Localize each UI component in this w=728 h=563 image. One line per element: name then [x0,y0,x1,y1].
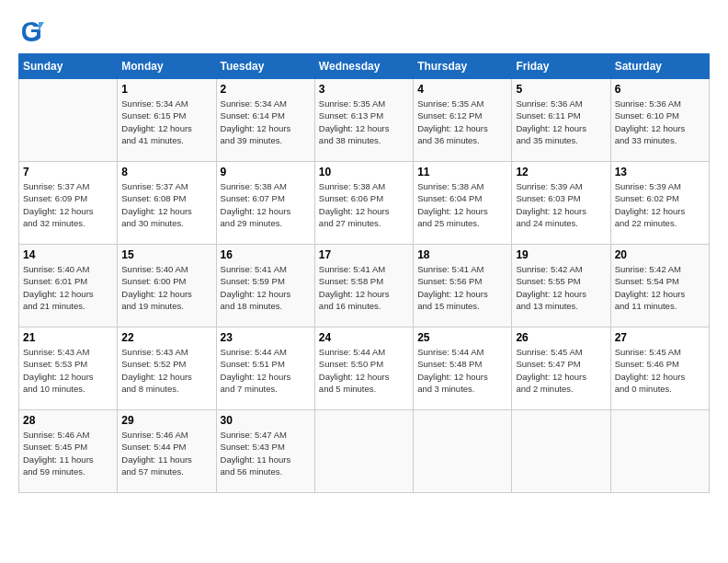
day-number: 3 [319,83,409,96]
calendar-cell: 13Sunrise: 5:39 AM Sunset: 6:02 PM Dayli… [610,162,709,245]
day-info: Sunrise: 5:36 AM Sunset: 6:11 PM Dayligh… [516,98,606,146]
day-info: Sunrise: 5:45 AM Sunset: 5:46 PM Dayligh… [615,346,705,395]
calendar-cell: 11Sunrise: 5:38 AM Sunset: 6:04 PM Dayli… [414,162,512,245]
calendar-cell [610,410,709,493]
header-wednesday: Wednesday [314,54,413,79]
day-info: Sunrise: 5:38 AM Sunset: 6:06 PM Dayligh… [319,180,409,229]
day-number: 4 [417,83,507,96]
day-info: Sunrise: 5:39 AM Sunset: 6:02 PM Dayligh… [615,180,705,229]
day-number: 9 [221,166,311,178]
day-info: Sunrise: 5:34 AM Sunset: 6:14 PM Dayligh… [221,98,311,146]
calendar-cell: 1Sunrise: 5:34 AM Sunset: 6:15 PM Daylig… [118,79,216,162]
day-number: 12 [516,166,606,178]
day-info: Sunrise: 5:38 AM Sunset: 6:07 PM Dayligh… [221,180,311,229]
day-number: 22 [121,331,211,344]
day-number: 27 [615,331,705,344]
day-number: 25 [417,331,507,344]
day-number: 5 [516,83,606,96]
calendar-table: SundayMondayTuesdayWednesdayThursdayFrid… [18,53,710,493]
day-number: 18 [417,248,507,261]
day-info: Sunrise: 5:44 AM Sunset: 5:51 PM Dayligh… [221,346,311,395]
day-info: Sunrise: 5:41 AM Sunset: 5:59 PM Dayligh… [221,263,311,312]
day-info: Sunrise: 5:44 AM Sunset: 5:48 PM Dayligh… [417,346,507,395]
day-number: 29 [121,414,211,427]
calendar-cell: 28Sunrise: 5:46 AM Sunset: 5:45 PM Dayli… [19,410,118,493]
day-info: Sunrise: 5:38 AM Sunset: 6:04 PM Dayligh… [417,180,507,229]
calendar-cell: 9Sunrise: 5:38 AM Sunset: 6:07 PM Daylig… [216,162,314,245]
day-info: Sunrise: 5:37 AM Sunset: 6:08 PM Dayligh… [121,180,211,229]
calendar-cell: 18Sunrise: 5:41 AM Sunset: 5:56 PM Dayli… [414,245,512,327]
day-info: Sunrise: 5:39 AM Sunset: 6:03 PM Dayligh… [516,180,606,229]
week-row-5: 28Sunrise: 5:46 AM Sunset: 5:45 PM Dayli… [19,410,710,493]
calendar-cell: 4Sunrise: 5:35 AM Sunset: 6:12 PM Daylig… [414,79,512,162]
calendar-cell: 29Sunrise: 5:46 AM Sunset: 5:44 PM Dayli… [118,410,216,493]
day-number: 19 [516,248,606,261]
calendar-cell: 12Sunrise: 5:39 AM Sunset: 6:03 PM Dayli… [512,162,610,245]
day-info: Sunrise: 5:44 AM Sunset: 5:50 PM Dayligh… [319,346,409,395]
day-number: 10 [319,166,409,178]
day-info: Sunrise: 5:41 AM Sunset: 5:56 PM Dayligh… [417,263,507,312]
day-info: Sunrise: 5:40 AM Sunset: 6:01 PM Dayligh… [23,263,113,312]
day-number: 16 [221,248,311,261]
header-friday: Friday [512,54,610,79]
calendar-cell: 8Sunrise: 5:37 AM Sunset: 6:08 PM Daylig… [118,162,216,245]
calendar-cell: 14Sunrise: 5:40 AM Sunset: 6:01 PM Dayli… [19,245,118,327]
calendar-cell: 2Sunrise: 5:34 AM Sunset: 6:14 PM Daylig… [216,79,314,162]
day-number: 28 [23,414,113,427]
day-info: Sunrise: 5:46 AM Sunset: 5:44 PM Dayligh… [121,429,211,477]
calendar-cell [19,79,118,162]
calendar-cell: 30Sunrise: 5:47 AM Sunset: 5:43 PM Dayli… [216,410,314,493]
day-info: Sunrise: 5:35 AM Sunset: 6:12 PM Dayligh… [417,98,507,146]
calendar-cell: 19Sunrise: 5:42 AM Sunset: 5:55 PM Dayli… [512,245,610,327]
day-number: 8 [121,166,211,178]
header-thursday: Thursday [414,54,512,79]
day-number: 2 [221,83,311,96]
day-number: 13 [615,166,705,178]
calendar-cell: 27Sunrise: 5:45 AM Sunset: 5:46 PM Dayli… [610,327,709,410]
calendar-cell [512,410,610,493]
day-number: 11 [417,166,507,178]
day-info: Sunrise: 5:42 AM Sunset: 5:55 PM Dayligh… [516,263,606,312]
calendar-cell: 25Sunrise: 5:44 AM Sunset: 5:48 PM Dayli… [414,327,512,410]
calendar-cell: 3Sunrise: 5:35 AM Sunset: 6:13 PM Daylig… [314,79,413,162]
calendar-cell: 20Sunrise: 5:42 AM Sunset: 5:54 PM Dayli… [610,245,709,327]
calendar-cell: 15Sunrise: 5:40 AM Sunset: 6:00 PM Dayli… [118,245,216,327]
day-info: Sunrise: 5:40 AM Sunset: 6:00 PM Dayligh… [121,263,211,312]
day-info: Sunrise: 5:37 AM Sunset: 6:09 PM Dayligh… [23,180,113,229]
day-number: 6 [615,83,705,96]
day-number: 1 [121,83,211,96]
calendar-cell: 21Sunrise: 5:43 AM Sunset: 5:53 PM Dayli… [19,327,118,410]
day-info: Sunrise: 5:43 AM Sunset: 5:53 PM Dayligh… [23,346,113,395]
header-tuesday: Tuesday [216,54,314,79]
calendar-cell: 6Sunrise: 5:36 AM Sunset: 6:10 PM Daylig… [610,79,709,162]
calendar-header-row: SundayMondayTuesdayWednesdayThursdayFrid… [19,54,710,79]
calendar-cell [314,410,413,493]
calendar-cell [414,410,512,493]
calendar-cell: 5Sunrise: 5:36 AM Sunset: 6:11 PM Daylig… [512,79,610,162]
week-row-4: 21Sunrise: 5:43 AM Sunset: 5:53 PM Dayli… [19,327,710,410]
day-info: Sunrise: 5:42 AM Sunset: 5:54 PM Dayligh… [615,263,705,312]
calendar-cell: 7Sunrise: 5:37 AM Sunset: 6:09 PM Daylig… [19,162,118,245]
calendar-cell: 10Sunrise: 5:38 AM Sunset: 6:06 PM Dayli… [314,162,413,245]
header-saturday: Saturday [610,54,709,79]
day-number: 17 [319,248,409,261]
day-info: Sunrise: 5:46 AM Sunset: 5:45 PM Dayligh… [23,429,113,477]
day-number: 24 [319,331,409,344]
logo-icon [18,18,44,44]
calendar-cell: 17Sunrise: 5:41 AM Sunset: 5:58 PM Dayli… [314,245,413,327]
day-info: Sunrise: 5:47 AM Sunset: 5:43 PM Dayligh… [221,429,311,477]
day-info: Sunrise: 5:41 AM Sunset: 5:58 PM Dayligh… [319,263,409,312]
day-info: Sunrise: 5:35 AM Sunset: 6:13 PM Dayligh… [319,98,409,146]
day-number: 20 [615,248,705,261]
calendar-cell: 23Sunrise: 5:44 AM Sunset: 5:51 PM Dayli… [216,327,314,410]
day-number: 14 [23,248,113,261]
day-number: 30 [221,414,311,427]
day-number: 7 [23,166,113,178]
calendar-cell: 16Sunrise: 5:41 AM Sunset: 5:59 PM Dayli… [216,245,314,327]
calendar-cell: 26Sunrise: 5:45 AM Sunset: 5:47 PM Dayli… [512,327,610,410]
day-number: 21 [23,331,113,344]
day-info: Sunrise: 5:34 AM Sunset: 6:15 PM Dayligh… [121,98,211,146]
day-number: 23 [221,331,311,344]
day-info: Sunrise: 5:43 AM Sunset: 5:52 PM Dayligh… [121,346,211,395]
week-row-1: 1Sunrise: 5:34 AM Sunset: 6:15 PM Daylig… [19,79,710,162]
